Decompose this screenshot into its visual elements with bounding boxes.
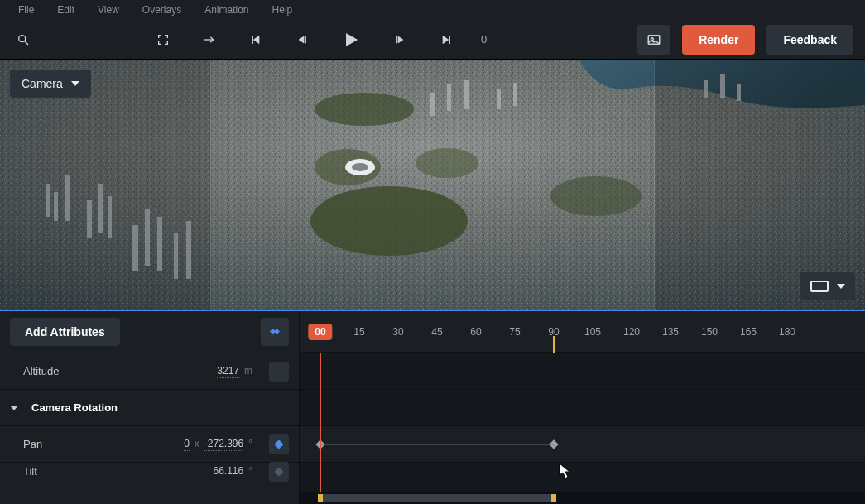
attribute-value[interactable]: 3217 m: [106, 365, 252, 378]
timeline-attribute-panel: Add Attributes Altitude 3217 m Camera Ro…: [0, 311, 300, 504]
timeline-range-strip: [300, 492, 865, 504]
feedback-button[interactable]: Feedback: [766, 25, 853, 55]
svg-marker-8: [398, 36, 403, 43]
ruler-tick[interactable]: 75: [509, 326, 520, 338]
svg-point-26: [550, 176, 642, 216]
track-altitude[interactable]: [300, 353, 865, 389]
aspect-ratio-icon: [810, 281, 829, 292]
attribute-group-camera-rotation[interactable]: Camera Rotation: [0, 389, 299, 425]
svg-rect-40: [430, 93, 435, 116]
skip-end-icon[interactable]: [435, 28, 458, 51]
fullscreen-icon[interactable]: [151, 28, 175, 51]
menu-animation[interactable]: Animation: [193, 2, 260, 17]
chevron-down-icon: [71, 79, 79, 88]
timeline: Add Attributes Altitude 3217 m Camera Ro…: [0, 310, 865, 504]
keyframe-icon: [275, 440, 283, 449]
svg-rect-42: [464, 80, 469, 109]
ruler-tick[interactable]: 60: [470, 326, 481, 338]
menu-view[interactable]: View: [86, 2, 131, 17]
ruler-tick[interactable]: 00: [308, 324, 332, 340]
safe-area-left-line: [210, 60, 211, 310]
keyframe-pair-icon: [269, 326, 281, 338]
attribute-value[interactable]: 0 x -272.396 °: [106, 438, 252, 451]
svg-rect-43: [497, 89, 501, 109]
attribute-label: Altitude: [23, 365, 98, 377]
aspect-ratio-dropdown[interactable]: [800, 272, 855, 300]
svg-marker-5: [299, 36, 304, 43]
attribute-value[interactable]: 66.116 °: [106, 465, 252, 478]
menu-edit[interactable]: Edit: [46, 2, 86, 17]
attribute-row-altitude: Altitude 3217 m: [0, 353, 299, 389]
timeline-ruler[interactable]: 00153045607590105120135150165180: [300, 311, 865, 353]
svg-marker-10: [443, 36, 449, 43]
play-icon[interactable]: [337, 26, 365, 54]
render-button[interactable]: Render: [682, 25, 755, 55]
keyframe-icon: [275, 468, 283, 476]
svg-marker-3: [253, 36, 259, 43]
step-back-icon[interactable]: [291, 28, 314, 51]
ruler-tick[interactable]: 15: [353, 326, 364, 338]
svg-rect-57: [275, 468, 283, 476]
ruler-tick[interactable]: 45: [431, 326, 442, 338]
ruler-tick[interactable]: 120: [623, 326, 640, 338]
chevron-down-icon: [10, 404, 18, 412]
svg-rect-9: [396, 36, 396, 43]
menu-overlays[interactable]: Overlays: [131, 2, 193, 17]
safe-area-right-line: [654, 60, 655, 310]
svg-marker-7: [347, 33, 358, 46]
svg-rect-11: [449, 36, 449, 43]
svg-line-1: [25, 41, 28, 45]
add-attributes-button[interactable]: Add Attributes: [10, 318, 120, 346]
keyframe-toggle[interactable]: [269, 434, 289, 454]
attribute-label: Pan: [23, 438, 98, 450]
svg-rect-44: [513, 83, 517, 106]
svg-rect-6: [305, 36, 305, 43]
timeline-tracks: [300, 353, 865, 492]
svg-marker-52: [837, 284, 845, 289]
keyframe-connector: [320, 444, 554, 444]
track-pan[interactable]: [300, 425, 865, 462]
svg-rect-56: [275, 440, 283, 449]
playhead[interactable]: [320, 353, 321, 492]
keyframe-toggle[interactable]: [269, 362, 289, 382]
ruler-tick[interactable]: 30: [392, 326, 403, 338]
snapshot-button[interactable]: [637, 25, 670, 55]
chevron-down-icon: [837, 282, 845, 290]
menu-bar: File Edit View Overlays Animation Help: [0, 0, 865, 20]
ruler-tick[interactable]: 150: [701, 326, 718, 338]
viewport-city-render: [0, 60, 865, 310]
menu-help[interactable]: Help: [261, 2, 305, 17]
svg-point-23: [315, 93, 414, 126]
range-bar[interactable]: [320, 494, 554, 502]
range-end-handle[interactable]: [551, 494, 556, 502]
camera-dropdown-label: Camera: [22, 77, 63, 90]
track-camera-rotation[interactable]: [300, 389, 865, 425]
arrow-right-icon[interactable]: [198, 28, 221, 51]
viewport[interactable]: Camera: [0, 60, 865, 310]
svg-point-25: [416, 148, 478, 178]
svg-rect-54: [274, 329, 280, 334]
svg-rect-4: [252, 36, 252, 43]
attribute-row-tilt: Tilt 66.116 °: [0, 462, 299, 480]
skip-start-icon[interactable]: [244, 28, 267, 51]
camera-dropdown[interactable]: Camera: [10, 70, 91, 98]
ruler-tick[interactable]: 135: [662, 326, 679, 338]
svg-marker-50: [71, 81, 79, 86]
range-start-handle[interactable]: [318, 494, 323, 502]
ruler-tick[interactable]: 165: [740, 326, 757, 338]
keyframe-toggle[interactable]: [269, 462, 289, 482]
end-frame-marker[interactable]: [553, 336, 555, 353]
search-icon[interactable]: [12, 28, 35, 51]
menu-file[interactable]: File: [7, 2, 46, 17]
svg-point-22: [310, 186, 468, 256]
keyframe-all-button[interactable]: [261, 318, 289, 346]
attribute-row-pan: Pan 0 x -272.396 °: [0, 425, 299, 462]
frame-readout: 0: [481, 33, 521, 46]
ruler-tick[interactable]: 180: [779, 326, 795, 338]
step-forward-icon[interactable]: [388, 28, 411, 51]
svg-marker-55: [10, 406, 18, 410]
attribute-label: Tilt: [23, 465, 98, 478]
toolbar: 0 Render Feedback: [0, 20, 865, 60]
ruler-tick[interactable]: 105: [584, 326, 601, 338]
svg-point-28: [352, 163, 368, 171]
